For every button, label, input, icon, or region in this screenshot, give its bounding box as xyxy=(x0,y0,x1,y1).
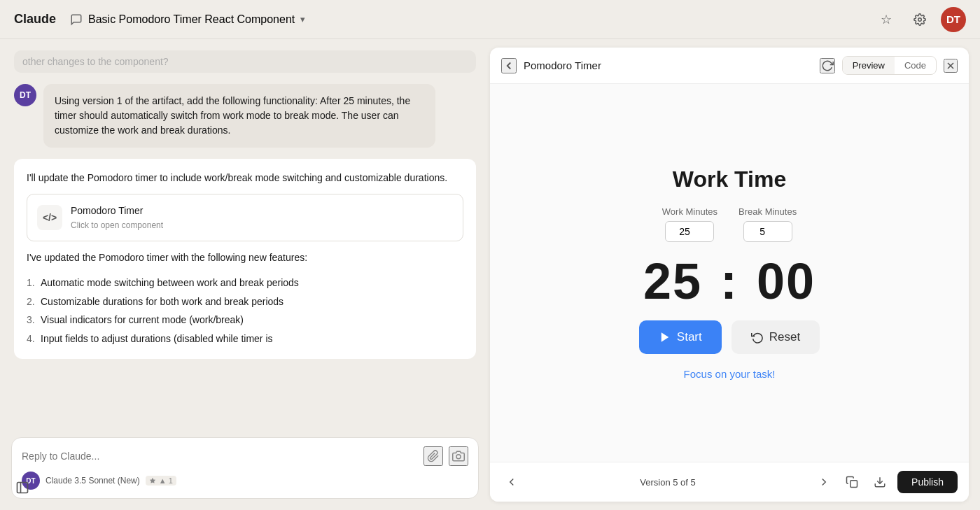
model-badge: ▲ 1 xyxy=(146,476,176,486)
list-item: Customizable durations for both work and… xyxy=(27,292,463,311)
pomodoro-app-title: Work Time xyxy=(673,167,786,192)
download-button[interactable] xyxy=(869,473,890,491)
star-button[interactable]: ☆ xyxy=(874,7,899,32)
reset-button[interactable]: Reset xyxy=(732,320,820,354)
settings-icon xyxy=(913,13,926,26)
pomodoro-timer: 25 : 00 xyxy=(643,256,816,306)
chevron-down-icon[interactable]: ▾ xyxy=(300,14,305,24)
artifact-name: Pomodoro Timer xyxy=(71,203,163,218)
preview-panel: Pomodoro Timer Preview Code Wor xyxy=(490,48,969,502)
artifact-info: Pomodoro Timer Click to open component xyxy=(71,203,163,232)
svg-point-0 xyxy=(918,17,922,21)
user-avatar[interactable]: DT xyxy=(941,7,966,32)
refresh-button[interactable] xyxy=(820,58,835,73)
work-minutes-setting: Work Minutes xyxy=(662,206,718,242)
preview-header: Pomodoro Timer Preview Code xyxy=(490,48,969,84)
svg-rect-8 xyxy=(18,483,28,493)
svg-rect-6 xyxy=(850,481,858,488)
publish-button[interactable]: Publish xyxy=(897,471,958,493)
artifact-icon: </> xyxy=(37,205,62,230)
user-bubble: Using version 1 of the artifact, add the… xyxy=(43,84,435,148)
start-label: Start xyxy=(677,330,702,344)
assistant-message: I'll update the Pomodoro timer to includ… xyxy=(14,159,476,359)
camera-icon xyxy=(452,450,465,462)
prev-icon xyxy=(505,476,518,488)
copy-icon xyxy=(846,476,858,488)
attachment-button[interactable] xyxy=(424,446,443,466)
header-title-area: Basic Pomodoro Timer React Component ▾ xyxy=(70,13,874,26)
settings-button[interactable] xyxy=(907,7,932,32)
break-minutes-setting: Break Minutes xyxy=(738,206,797,242)
play-icon xyxy=(659,331,671,343)
header-actions: ☆ DT xyxy=(874,7,966,32)
artifact-subtitle: Click to open component xyxy=(71,219,163,232)
list-item: Visual indicators for current mode (work… xyxy=(27,311,463,329)
model-name: Claude 3.5 Sonnet (New) xyxy=(46,476,140,486)
svg-point-1 xyxy=(456,455,461,459)
chat-input[interactable] xyxy=(22,451,418,462)
preview-title: Pomodoro Timer xyxy=(524,59,813,71)
pomodoro-settings: Work Minutes Break Minutes xyxy=(662,206,797,242)
assistant-followup: I've updated the Pomodoro timer with the… xyxy=(27,250,463,265)
chat-input-box: DT Claude 3.5 Sonnet (New) ▲ 1 xyxy=(11,437,479,499)
camera-button[interactable] xyxy=(449,446,468,466)
sidebar-icon xyxy=(15,481,29,495)
reset-icon xyxy=(751,331,764,343)
work-minutes-input[interactable] xyxy=(665,221,714,242)
break-minutes-label: Break Minutes xyxy=(738,206,797,217)
version-label: Version 5 of 5 xyxy=(529,477,806,488)
version-next-button[interactable] xyxy=(813,473,834,491)
chat-icon xyxy=(70,13,83,26)
copy-button[interactable] xyxy=(841,473,862,491)
preview-back-button[interactable] xyxy=(501,58,517,73)
assistant-intro: I'll update the Pomodoro timer to includ… xyxy=(27,170,463,185)
timer-minutes: 00 xyxy=(757,253,816,309)
start-button[interactable]: Start xyxy=(639,320,722,354)
tab-code[interactable]: Code xyxy=(895,57,936,74)
svg-marker-2 xyxy=(150,478,155,483)
break-minutes-input[interactable] xyxy=(743,221,792,242)
header: Claude Basic Pomodoro Timer React Compon… xyxy=(0,0,980,39)
svg-marker-5 xyxy=(662,332,669,342)
preview-content: Work Time Work Minutes Break Minutes 25 … xyxy=(490,84,969,462)
pomodoro-status: Focus on your task! xyxy=(684,368,776,380)
next-icon xyxy=(818,476,830,488)
version-prev-button[interactable] xyxy=(501,473,522,491)
header-title: Basic Pomodoro Timer React Component xyxy=(88,13,295,26)
tab-preview[interactable]: Preview xyxy=(843,57,895,74)
list-item: Automatic mode switching between work an… xyxy=(27,274,463,292)
user-avatar-small: DT xyxy=(14,84,36,106)
star-icon: ☆ xyxy=(881,12,892,27)
back-icon xyxy=(503,59,515,72)
pomodoro-app: Work Time Work Minutes Break Minutes 25 … xyxy=(490,146,969,401)
sidebar-toggle[interactable] xyxy=(11,476,34,499)
chat-input-icons xyxy=(424,446,468,466)
chat-input-row xyxy=(22,446,468,466)
close-icon xyxy=(945,60,956,71)
pomodoro-buttons: Start Reset xyxy=(639,320,820,354)
app-logo: Claude xyxy=(14,12,56,27)
timer-hours: 25 xyxy=(643,253,702,309)
work-minutes-label: Work Minutes xyxy=(662,206,718,217)
close-button[interactable] xyxy=(944,59,958,73)
chat-messages: other changes to the component? DT Using… xyxy=(0,39,490,429)
chat-input-area: DT Claude 3.5 Sonnet (New) ▲ 1 xyxy=(0,429,490,510)
main-layout: other changes to the component? DT Using… xyxy=(0,39,980,510)
artifact-card[interactable]: </> Pomodoro Timer Click to open compone… xyxy=(27,194,463,241)
chat-panel: other changes to the component? DT Using… xyxy=(0,39,490,510)
chat-footer: DT Claude 3.5 Sonnet (New) ▲ 1 xyxy=(22,472,468,490)
user-message: DT Using version 1 of the artifact, add … xyxy=(14,84,476,148)
faded-message: other changes to the component? xyxy=(14,50,476,73)
timer-colon: : xyxy=(720,253,738,309)
download-icon xyxy=(874,476,886,488)
preview-tabs: Preview Code xyxy=(842,56,937,75)
refresh-icon xyxy=(821,59,834,72)
feature-list: Automatic mode switching between work an… xyxy=(27,274,463,348)
list-item: Input fields to adjust durations (disabl… xyxy=(27,330,463,348)
preview-footer: Version 5 of 5 Publish xyxy=(490,462,969,502)
attachment-icon xyxy=(427,450,440,462)
reset-label: Reset xyxy=(769,330,800,344)
